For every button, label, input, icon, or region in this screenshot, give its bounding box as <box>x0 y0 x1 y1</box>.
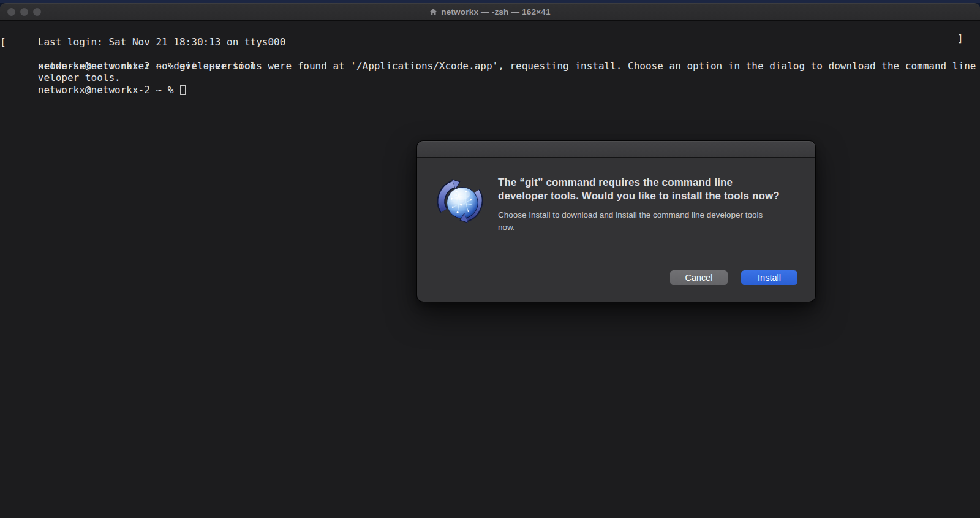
terminal-content[interactable]: Last login: Sat Nov 21 18:30:13 on ttys0… <box>0 21 980 84</box>
cancel-button[interactable]: Cancel <box>670 270 728 285</box>
software-update-icon <box>435 176 485 226</box>
terminal-line: veloper tools. <box>2 60 980 72</box>
traffic-lights <box>7 4 41 20</box>
dialog-buttons: Cancel Install <box>670 270 797 285</box>
terminal-cursor <box>180 85 186 95</box>
dialog-message: Choose Install to download and install t… <box>498 209 769 233</box>
terminal-prompt-line: networkx@networkx-2 ~ % <box>2 72 980 84</box>
zoom-button[interactable] <box>33 8 41 16</box>
home-folder-icon <box>429 8 437 16</box>
terminal-line: Last login: Sat Nov 21 18:30:13 on ttys0… <box>2 24 980 36</box>
window-title-group: networkx — -zsh — 162×41 <box>429 7 551 17</box>
close-button[interactable] <box>7 8 15 16</box>
install-button[interactable]: Install <box>741 270 797 285</box>
minimize-button[interactable] <box>20 8 28 16</box>
prompt-mark-open: [ <box>0 36 6 48</box>
dialog-texts: The “git” command requires the command l… <box>498 176 781 233</box>
terminal-titlebar[interactable]: networkx — -zsh — 162×41 <box>0 3 980 21</box>
dialog-body: The “git” command requires the command l… <box>417 158 815 233</box>
window-title: networkx — -zsh — 162×41 <box>441 7 551 17</box>
terminal-line: [ networkx@networkx-2 ~ % git --version … <box>2 36 980 48</box>
dialog-title: The “git” command requires the command l… <box>498 176 781 202</box>
install-developer-tools-dialog: The “git” command requires the command l… <box>417 141 815 302</box>
dialog-titlebar[interactable] <box>417 141 815 158</box>
prompt-mark-close: ] <box>957 32 963 45</box>
terminal-line: xcode-select: note: no developer tools w… <box>2 48 980 60</box>
